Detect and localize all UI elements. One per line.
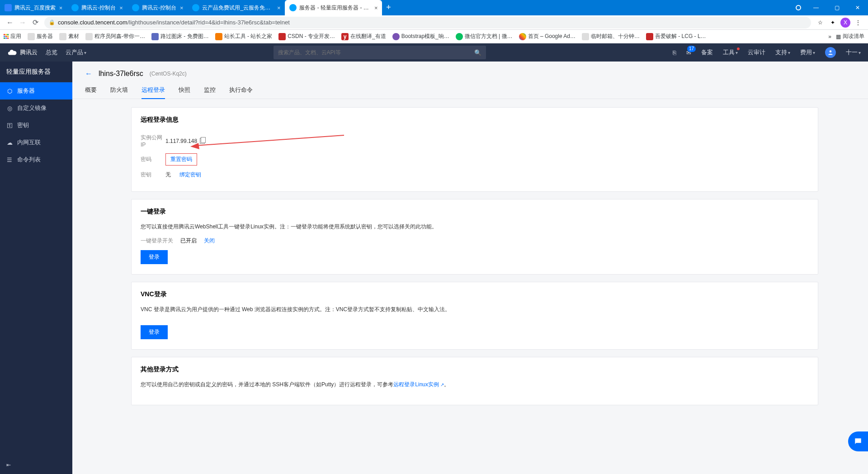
close-icon[interactable]: ×: [180, 5, 184, 11]
close-icon[interactable]: ×: [374, 5, 378, 11]
bookmark-item[interactable]: 临时邮箱、十分钟…: [582, 33, 640, 40]
browser-tab[interactable]: 腾讯云-控制台 ×: [67, 0, 127, 15]
list-icon: ☰: [6, 156, 13, 163]
reading-list-icon: ▦: [836, 33, 841, 40]
nav-messages[interactable]: ✉17: [686, 49, 691, 56]
bookmark-item[interactable]: 服务器: [28, 33, 53, 40]
search-box[interactable]: 🔍: [274, 46, 486, 59]
main-content: ← lhins-37le6rsc (CentOS-Kq2c) 概要 防火墙 远程…: [72, 62, 868, 474]
search-icon[interactable]: 🔍: [474, 49, 481, 56]
bookmark-item[interactable]: 素材: [59, 33, 79, 40]
reading-list-button[interactable]: ▦阅读清单: [836, 33, 864, 40]
sidebar-title: 轻量应用服务器: [0, 62, 72, 82]
bookmark-item[interactable]: 吾爱破解 - LCG - L…: [646, 33, 706, 40]
card-title: 其他登录方式: [141, 365, 809, 374]
bookmarks-overflow[interactable]: »: [828, 33, 831, 40]
switch-close-link[interactable]: 关闭: [204, 237, 215, 245]
nav-overview[interactable]: 总览: [46, 48, 57, 57]
close-icon[interactable]: ×: [119, 5, 123, 11]
sidebar-item-key[interactable]: ⚿密钥: [0, 117, 72, 134]
extensions-icon[interactable]: ✦: [826, 16, 839, 29]
password-label: 密码: [141, 156, 165, 163]
menu-icon[interactable]: ⋮: [852, 16, 864, 29]
close-window-button[interactable]: ✕: [847, 0, 868, 15]
login-button[interactable]: 登录: [141, 250, 168, 264]
card-desc: VNC 登录是腾讯云为用户提供的一种通过 Web 浏览器远程连接实例的方式。注：…: [141, 306, 809, 313]
sidebar-item-network[interactable]: ☁内网互联: [0, 134, 72, 151]
sidebar-item-server[interactable]: ⬡服务器: [0, 82, 72, 100]
url-input[interactable]: 🔒 console.cloud.tencent.com/lighthouse/i…: [44, 17, 811, 28]
minimize-button[interactable]: —: [806, 0, 826, 15]
sidebar-item-commands[interactable]: ☰命令列表: [0, 151, 72, 168]
new-tab-button[interactable]: +: [382, 3, 395, 13]
sshkey-label: 密钥: [141, 171, 165, 179]
bookmark-item[interactable]: Bootstrap模板_响…: [392, 33, 449, 40]
bookmark-item[interactable]: 路过图床 - 免费图…: [151, 33, 209, 40]
sidebar: 轻量应用服务器 ⬡服务器 ◎自定义镜像 ⚿密钥 ☁内网互联 ☰命令列表 ⇤: [0, 62, 72, 474]
browser-tab[interactable]: 腾讯云_百度搜索 ×: [0, 0, 67, 15]
maximize-button[interactable]: ▢: [826, 0, 847, 15]
cloud-logo-icon: [7, 47, 17, 57]
browser-tab[interactable]: 腾讯云-控制台 ×: [127, 0, 188, 15]
card-title: 一键登录: [141, 208, 809, 216]
card-vnc-login: VNC登录 VNC 登录是腾讯云为用户提供的一种通过 Web 浏览器远程连接实例…: [131, 282, 818, 350]
tab-snapshot[interactable]: 快照: [179, 82, 190, 99]
reload-button[interactable]: ⟳: [29, 16, 42, 29]
browser-tab-active[interactable]: 服务器 - 轻量应用服务器 - 控制 ×: [285, 0, 382, 15]
forward-button[interactable]: →: [16, 16, 29, 29]
profile-avatar[interactable]: X: [839, 16, 852, 29]
card-login-info: 远程登录信息 实例公网IP 1.117.99.148 密码 重置密码 密钥 无 …: [131, 107, 818, 192]
vnc-login-button[interactable]: 登录: [141, 325, 168, 339]
back-button[interactable]: ←: [4, 16, 16, 29]
tab-title: 服务器 - 轻量应用服务器 - 控制: [299, 4, 370, 12]
star-icon[interactable]: ☆: [814, 16, 826, 29]
user-avatar-icon[interactable]: [825, 47, 836, 58]
user-name[interactable]: 十一: [846, 48, 861, 57]
nav-beian[interactable]: 备案: [701, 48, 713, 57]
bookmark-item[interactable]: 程序员阿鑫-带你一…: [85, 33, 145, 40]
nav-tools[interactable]: 工具: [723, 48, 738, 57]
tab-exec[interactable]: 执行命令: [229, 82, 253, 99]
bookmark-item[interactable]: 微信官方文档 | 微…: [456, 33, 513, 40]
switch-label: 一键登录开关: [141, 237, 173, 245]
tab-overview[interactable]: 概要: [85, 82, 97, 99]
sidebar-collapse[interactable]: ⇤: [0, 456, 72, 474]
card-title: VNC登录: [141, 290, 809, 299]
bookmark-item[interactable]: 首页 – Google Ad…: [519, 33, 576, 40]
nav-support[interactable]: 支持: [775, 48, 790, 57]
bookmark-item[interactable]: 站长工具 - 站长之家: [215, 33, 273, 40]
nav-cli-icon[interactable]: ⎘: [673, 49, 676, 56]
favicon-icon: [71, 4, 79, 11]
card-title: 远程登录信息: [141, 116, 809, 124]
brand-logo[interactable]: 腾讯云: [7, 47, 38, 57]
instance-alias: (CentOS-Kq2c): [150, 71, 187, 77]
sidebar-item-image[interactable]: ◎自定义镜像: [0, 100, 72, 117]
feedback-float-button[interactable]: [848, 431, 868, 451]
back-arrow[interactable]: ←: [85, 70, 92, 78]
account-icon[interactable]: [796, 5, 801, 10]
copy-icon[interactable]: [200, 138, 205, 144]
url-text: console.cloud.tencent.com/lighthouse/ins…: [58, 19, 290, 26]
doc-link[interactable]: 远程登录Linux实例: [393, 381, 443, 388]
address-bar: ← → ⟳ 🔒 console.cloud.tencent.com/lighth…: [0, 15, 868, 30]
tab-remote-login[interactable]: 远程登录: [142, 82, 165, 99]
search-input[interactable]: [278, 49, 474, 56]
nav-products[interactable]: 云产品: [66, 48, 86, 57]
nav-fee[interactable]: 费用: [800, 48, 815, 57]
tab-monitor[interactable]: 监控: [204, 82, 216, 99]
nav-audit[interactable]: 云审计: [748, 48, 765, 57]
bind-key-link[interactable]: 绑定密钥: [179, 171, 201, 179]
apps-button[interactable]: 应用: [4, 33, 21, 40]
close-icon[interactable]: ×: [277, 5, 281, 11]
bookmark-item[interactable]: CSDN - 专业开发…: [278, 33, 335, 40]
browser-tab[interactable]: 云产品免费试用_云服务免费体验 ×: [188, 0, 285, 15]
close-icon[interactable]: ×: [59, 5, 63, 11]
bookmark-item[interactable]: y在线翻译_有道: [341, 33, 386, 40]
lock-icon: 🔒: [49, 19, 55, 25]
reset-password-link[interactable]: 重置密码: [170, 156, 192, 162]
page-header: ← lhins-37le6rsc (CentOS-Kq2c): [72, 62, 868, 82]
svg-point-0: [830, 50, 832, 52]
reset-password-highlight: 重置密码: [165, 153, 197, 166]
tab-firewall[interactable]: 防火墙: [110, 82, 128, 99]
instance-id: lhins-37le6rsc: [99, 70, 143, 78]
